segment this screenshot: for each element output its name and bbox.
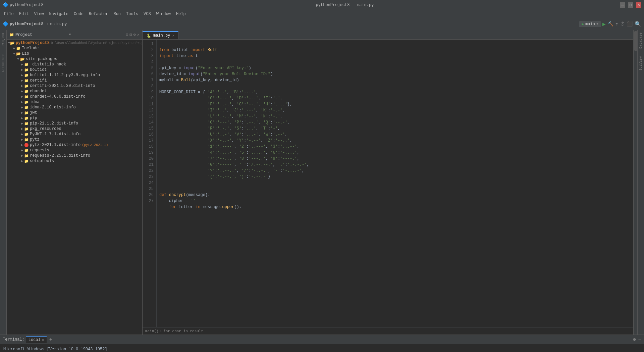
window-title: pythonProject8 – main.py: [70, 3, 620, 7]
terminal-label: Terminal:: [3, 337, 24, 342]
tree-item-requests-2-25-1-dist-info[interactable]: ▶📁requests-2.25.1.dist-info: [7, 153, 142, 158]
terminal-line-1: Microsoft Windows [Version 10.0.19043.10…: [3, 346, 641, 352]
left-sidebar-project-icon[interactable]: Project: [1, 32, 5, 46]
line-numbers: 12345 678910 1112131415 1617181920 21222…: [143, 40, 157, 327]
breadcrumb-main: main(): [145, 329, 159, 333]
menu-items: FileEditViewNavigateCodeRefactorRunTools…: [1, 11, 189, 17]
run-button[interactable]: ▶: [602, 21, 606, 28]
tree-item-lib[interactable]: ▼ 📂 Lib: [7, 51, 142, 56]
terminal-minimize-icon[interactable]: —: [639, 337, 641, 342]
code-content[interactable]: from boltiot import Bolt import time as …: [157, 40, 633, 327]
project-close-icon[interactable]: ✕: [137, 32, 140, 37]
toolbar-project-name: pythonProject8: [10, 22, 44, 27]
tree-item-site-packages[interactable]: ▼ 📂 site-packages: [7, 56, 142, 62]
terminal-add-tab[interactable]: +: [49, 337, 52, 342]
tab-bar: 🐍 main.py ✕: [143, 30, 633, 40]
tree-item-idna-2-10-dist-info[interactable]: ▶📁idna-2.10.dist-info: [7, 105, 142, 110]
breadcrumb-bar: main() › for char in result: [143, 327, 633, 335]
tab-close-icon[interactable]: ✕: [172, 34, 174, 38]
menu-item-file[interactable]: File: [1, 11, 16, 17]
menu-item-refactor[interactable]: Refactor: [86, 11, 111, 17]
tree-item-jwt[interactable]: ▶📁jwt: [7, 110, 142, 115]
tab-main-py[interactable]: 🐍 main.py ✕: [143, 31, 178, 39]
local-tab-label: Local: [29, 338, 41, 342]
tree-root[interactable]: ▼ 📂 pythonProject8 D:\Users\lankabhedi\P…: [7, 40, 142, 46]
project-settings-icon[interactable]: ⚙: [133, 32, 136, 37]
tree-item-boltiot[interactable]: ▶📁boltiot: [7, 67, 142, 72]
profile-icon[interactable]: ⏱: [620, 21, 625, 27]
close-button[interactable]: ✕: [636, 2, 641, 8]
menu-item-run[interactable]: Run: [111, 11, 123, 17]
project-expand-icon[interactable]: ⊟: [129, 32, 132, 37]
project-header-title: Project: [15, 33, 68, 37]
toolbar-icons: ▶ 🔨 ☂ ⏱ ⬛ 🔍: [602, 21, 641, 28]
file-tree: ▼ 📂 pythonProject8 D:\Users\lankabhedi\P…: [7, 40, 142, 335]
tree-item-pip[interactable]: ▶📁pip: [7, 115, 142, 121]
tree-item-idna[interactable]: ▶📁idna: [7, 99, 142, 105]
project-header: 📁 Project ▼ ⊞ ⊟ ⚙ ✕: [7, 30, 142, 40]
terminal-tabs: Terminal: Local ✕ + ⚙ —: [0, 335, 644, 344]
project-collapse-icon[interactable]: ⊞: [126, 32, 128, 37]
tree-item-include[interactable]: ▶ 📁 Include: [7, 46, 142, 51]
code-editor[interactable]: 12345 678910 1112131415 1617181920 21222…: [143, 40, 633, 327]
editor-area: 🐍 main.py ✕ 12345 678910 1112131415 1617…: [143, 30, 633, 335]
breadcrumb-char: for char in result: [163, 329, 203, 333]
menu-item-view[interactable]: View: [32, 11, 47, 17]
build-icon[interactable]: 🔨: [608, 21, 613, 27]
tree-item-certifi-2021-5-30-dist-info[interactable]: ▶📁certifi-2021.5.30.dist-info: [7, 83, 142, 89]
tree-item-pyjwt-1-7-1-dist-info[interactable]: ▶📁PyJWT-1.7.1.dist-info: [7, 132, 142, 137]
stop-icon[interactable]: ⬛: [627, 21, 633, 27]
database-tab[interactable]: Database: [639, 33, 643, 49]
toolbar-file-name: main.py: [50, 22, 67, 27]
tree-item-certifi[interactable]: ▶📁certifi: [7, 78, 142, 83]
tree-item-boltiot-1-11-2-py3-9-egg-info[interactable]: ▶📁boltiot-1.11.2-py3.9.egg-info: [7, 72, 142, 78]
toolbar: 🔷 pythonProject8 › main.py ▶ main ▼ ▶ 🔨 …: [0, 18, 644, 30]
tree-children: ▶📁_distutils_hack▶📁boltiot▶📁boltiot-1.11…: [7, 62, 142, 164]
left-sidebar-structure-icon[interactable]: Structure: [1, 54, 5, 72]
root-label: pythonProject8: [16, 41, 50, 45]
menu-item-edit[interactable]: Edit: [16, 11, 32, 17]
run-config[interactable]: ▶ main ▼: [579, 21, 601, 27]
tree-item-pytz-2021-1-dist-info[interactable]: ▶🔴pytz-2021.1.dist-info(pytz 2021.1): [7, 142, 142, 148]
left-sidebar: Project Structure: [0, 30, 7, 335]
menu-item-code[interactable]: Code: [71, 11, 86, 17]
terminal-settings-icon[interactable]: ⚙: [633, 337, 636, 342]
tab-label: main.py: [153, 33, 170, 38]
coverage-icon[interactable]: ☂: [615, 21, 618, 27]
tree-item-pip-21-1-2-dist-info[interactable]: ▶📁pip-21.1.2.dist-info: [7, 121, 142, 126]
editor-scrollbar[interactable]: [633, 30, 637, 335]
minimize-button[interactable]: —: [620, 2, 625, 8]
right-sidebar: Database SciView: [637, 30, 644, 335]
main-layout: Project Structure 📁 Project ▼ ⊞ ⊟ ⚙ ✕ ▼ …: [0, 30, 644, 335]
menubar: FileEditViewNavigateCodeRefactorRunTools…: [0, 10, 644, 18]
tree-item-chardet-4-0-0-dist-info[interactable]: ▶📁chardet-4.0.0.dist-info: [7, 94, 142, 99]
tree-item-pytz[interactable]: ▶📁pytz: [7, 137, 142, 142]
menu-item-tools[interactable]: Tools: [123, 11, 141, 17]
maximize-button[interactable]: □: [628, 2, 633, 8]
menu-item-help[interactable]: Help: [173, 11, 189, 17]
search-icon[interactable]: 🔍: [635, 21, 641, 28]
run-config-label: main: [585, 22, 595, 27]
menu-item-window[interactable]: Window: [154, 11, 173, 17]
tree-item-requests[interactable]: ▶📁requests: [7, 148, 142, 153]
terminal-tab-local[interactable]: Local ✕: [26, 336, 47, 343]
tree-item-chardet[interactable]: ▶📁chardet: [7, 89, 142, 94]
sciview-tab[interactable]: SciView: [639, 56, 643, 70]
menu-item-vcs[interactable]: VCS: [141, 11, 154, 17]
terminal-panel: Terminal: Local ✕ + ⚙ — Microsoft Window…: [0, 335, 644, 352]
menu-item-navigate[interactable]: Navigate: [46, 11, 71, 17]
root-path: D:\Users\lankabhedi\PycharmProjects\pyth…: [51, 41, 142, 45]
terminal-content[interactable]: Microsoft Windows [Version 10.0.19043.10…: [0, 344, 644, 352]
project-label: pythonProject8: [10, 3, 44, 7]
tree-item-pkg-resources[interactable]: ▶📁pkg_resources: [7, 126, 142, 132]
project-panel: 📁 Project ▼ ⊞ ⊟ ⚙ ✕ ▼ 📂 pythonProject8 D…: [7, 30, 143, 335]
titlebar: 🔷 pythonProject8 pythonProject8 – main.p…: [0, 0, 644, 10]
tree-item--distutils-hack[interactable]: ▶📁_distutils_hack: [7, 62, 142, 67]
tree-item-setuptools[interactable]: ▶📁setuptools: [7, 158, 142, 164]
local-tab-close[interactable]: ✕: [42, 338, 44, 342]
